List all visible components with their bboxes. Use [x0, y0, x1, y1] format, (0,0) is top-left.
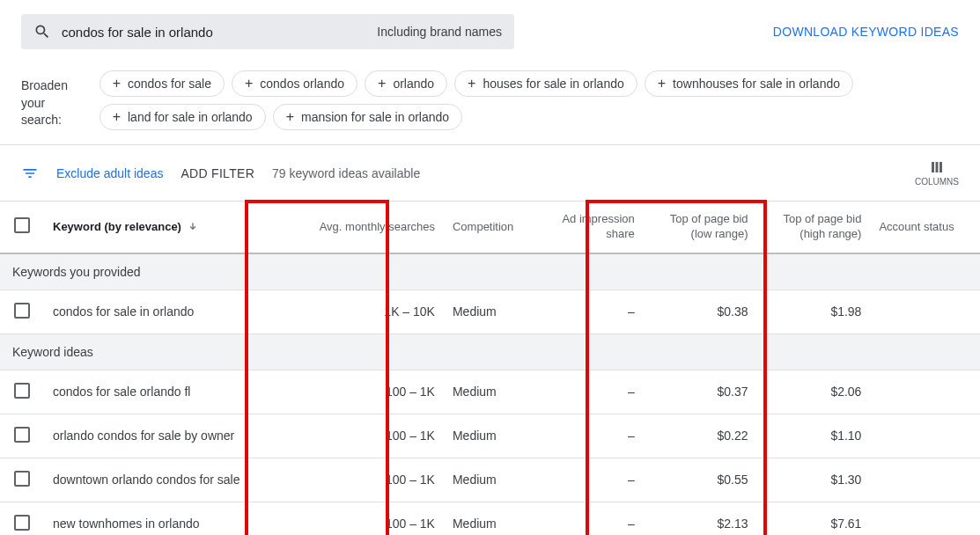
- arrow-down-icon: [187, 221, 199, 233]
- cell-keyword: condos for sale in orlando: [44, 289, 286, 333]
- columns-label: COLUMNS: [915, 177, 959, 187]
- cell-competition: Medium: [444, 370, 537, 414]
- table-header-row: Keyword (by relevance) Avg. monthly sear…: [0, 202, 980, 253]
- filter-icon[interactable]: [21, 165, 39, 182]
- plus-icon: +: [468, 77, 475, 91]
- cell-status: [870, 458, 980, 502]
- cell-competition: Medium: [444, 289, 537, 333]
- row-checkbox[interactable]: [14, 303, 30, 319]
- chip-label: mansion for sale in orlando: [301, 110, 449, 124]
- cell-low-bid: $0.37: [644, 370, 757, 414]
- chip-label: condos for sale: [128, 77, 211, 91]
- header-bar: condos for sale in orlando Including bra…: [0, 0, 980, 63]
- col-keyword-label: Keyword (by relevance): [53, 220, 181, 233]
- cell-impression: –: [537, 289, 644, 333]
- row-checkbox[interactable]: [14, 471, 30, 487]
- plus-icon: +: [378, 77, 386, 91]
- broaden-chip[interactable]: +townhouses for sale in orlando: [645, 70, 853, 97]
- section-row: Keywords you provided: [0, 253, 980, 290]
- plus-icon: +: [113, 77, 121, 91]
- download-keyword-ideas-link[interactable]: DOWNLOAD KEYWORD IDEAS: [773, 25, 959, 39]
- cell-competition: Medium: [444, 414, 537, 458]
- table-row: condos for sale in orlando1K – 10KMedium…: [0, 289, 980, 333]
- cell-low-bid: $0.22: [644, 414, 757, 458]
- broaden-chip[interactable]: +condos for sale: [99, 70, 225, 97]
- plus-icon: +: [658, 77, 666, 91]
- col-high-bid[interactable]: Top of page bid(high range): [757, 202, 871, 253]
- broaden-chip[interactable]: +condos orlando: [232, 70, 357, 97]
- cell-status: [870, 414, 980, 458]
- cell-avg: 100 – 1K: [286, 458, 444, 502]
- broaden-chip[interactable]: +orlando: [365, 70, 447, 97]
- table-row: downtown orlando condos for sale100 – 1K…: [0, 458, 980, 502]
- chip-label: orlando: [393, 77, 434, 91]
- cell-impression: –: [537, 458, 644, 502]
- cell-competition: Medium: [444, 502, 537, 535]
- chip-label: houses for sale in orlando: [483, 77, 623, 91]
- cell-impression: –: [537, 502, 644, 535]
- cell-impression: –: [537, 370, 644, 414]
- cell-high-bid: $1.10: [757, 414, 871, 458]
- broaden-label: Broaden your search:: [21, 70, 85, 130]
- table-row: orlando condos for sale by owner100 – 1K…: [0, 414, 980, 458]
- col-keyword[interactable]: Keyword (by relevance): [44, 202, 286, 253]
- chip-label: townhouses for sale in orlando: [673, 77, 840, 91]
- columns-button[interactable]: COLUMNS: [915, 159, 959, 187]
- col-avg-searches[interactable]: Avg. monthly searches: [286, 202, 444, 253]
- section-row: Keyword ideas: [0, 333, 980, 370]
- cell-competition: Medium: [444, 458, 537, 502]
- col-ad-impression[interactable]: Ad impressionshare: [537, 202, 644, 253]
- table-row: new townhomes in orlando100 – 1KMedium–$…: [0, 502, 980, 535]
- ideas-count: 79 keyword ideas available: [272, 166, 420, 180]
- col-competition[interactable]: Competition: [444, 202, 537, 253]
- broaden-chip[interactable]: +land for sale in orlando: [99, 104, 266, 130]
- cell-keyword: condos for sale orlando fl: [44, 370, 286, 414]
- search-box[interactable]: condos for sale in orlando Including bra…: [21, 14, 514, 49]
- row-checkbox[interactable]: [14, 515, 30, 531]
- filter-bar: Exclude adult ideas ADD FILTER 79 keywor…: [0, 145, 980, 202]
- broaden-chips: +condos for sale +condos orlando +orland…: [99, 70, 959, 130]
- col-account-status[interactable]: Account status: [870, 202, 980, 253]
- add-filter-button[interactable]: ADD FILTER: [181, 166, 254, 180]
- cell-high-bid: $2.06: [757, 370, 871, 414]
- cell-high-bid: $7.61: [757, 502, 871, 535]
- plus-icon: +: [113, 110, 121, 124]
- brand-setting: Including brand names: [377, 25, 502, 39]
- cell-impression: –: [537, 414, 644, 458]
- exclude-adult-ideas-link[interactable]: Exclude adult ideas: [56, 166, 163, 180]
- cell-keyword: downtown orlando condos for sale: [44, 458, 286, 502]
- cell-high-bid: $1.30: [757, 458, 871, 502]
- select-all-checkbox[interactable]: [14, 217, 30, 233]
- cell-avg: 100 – 1K: [286, 502, 444, 535]
- chip-label: condos orlando: [260, 77, 344, 91]
- columns-icon: [929, 159, 945, 175]
- cell-avg: 1K – 10K: [286, 289, 444, 333]
- cell-avg: 100 – 1K: [286, 414, 444, 458]
- plus-icon: +: [245, 77, 253, 91]
- row-checkbox[interactable]: [14, 383, 30, 399]
- cell-low-bid: $2.13: [644, 502, 757, 535]
- cell-keyword: new townhomes in orlando: [44, 502, 286, 535]
- search-icon: [33, 23, 51, 40]
- keyword-table: Keyword (by relevance) Avg. monthly sear…: [0, 202, 980, 535]
- cell-status: [870, 370, 980, 414]
- table-row: condos for sale orlando fl100 – 1KMedium…: [0, 370, 980, 414]
- cell-low-bid: $0.38: [644, 289, 757, 333]
- col-low-bid[interactable]: Top of page bid(low range): [644, 202, 757, 253]
- chip-label: land for sale in orlando: [128, 110, 253, 124]
- broaden-search-section: Broaden your search: +condos for sale +c…: [0, 63, 980, 145]
- cell-low-bid: $0.55: [644, 458, 757, 502]
- cell-status: [870, 289, 980, 333]
- search-query: condos for sale in orlando: [62, 25, 366, 40]
- cell-avg: 100 – 1K: [286, 370, 444, 414]
- cell-keyword: orlando condos for sale by owner: [44, 414, 286, 458]
- cell-high-bid: $1.98: [757, 289, 871, 333]
- row-checkbox[interactable]: [14, 427, 30, 443]
- keyword-table-wrap: Keyword (by relevance) Avg. monthly sear…: [0, 202, 980, 535]
- broaden-chip[interactable]: +houses for sale in orlando: [454, 70, 637, 97]
- cell-status: [870, 502, 980, 535]
- broaden-chip[interactable]: +mansion for sale in orlando: [273, 104, 462, 130]
- plus-icon: +: [286, 110, 294, 124]
